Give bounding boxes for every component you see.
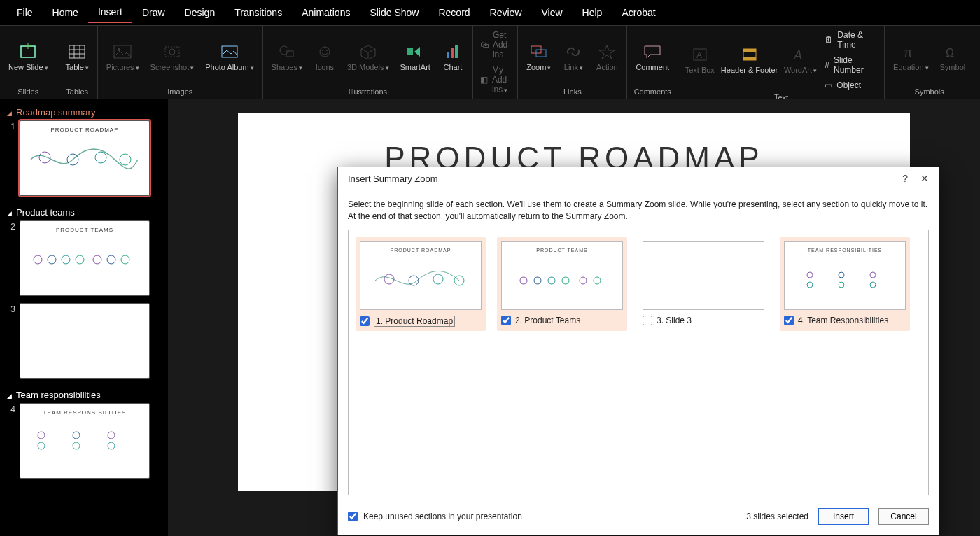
zoom-checkbox-2[interactable] — [501, 316, 511, 325]
3d-models-button[interactable]: 3D Models — [343, 39, 393, 75]
chart-button[interactable]: Chart — [438, 39, 468, 75]
menu-help[interactable]: Help — [573, 3, 612, 22]
textbox-button[interactable]: AText Box — [682, 42, 717, 78]
menu-transitions[interactable]: Transitions — [225, 3, 292, 22]
menu-acrobat[interactable]: Acrobat — [612, 3, 665, 22]
slide-thumb-1[interactable]: 1 PRODUCT ROADMAP — [7, 120, 161, 196]
new-slide-button[interactable]: New Slide — [4, 39, 52, 75]
equation-label: Equation — [893, 63, 928, 72]
zoom-item-4[interactable]: TEAM RESPONSIBILITIES 4. Team Responsibi… — [780, 237, 910, 331]
svg-point-47 — [107, 255, 115, 264]
slide-number: 1 — [7, 120, 15, 132]
datetime-button[interactable]: 🗓Date & Time — [822, 29, 880, 51]
header-footer-button[interactable]: Header & Footer — [720, 42, 778, 78]
thumbnail[interactable]: TEAM RESPONSIBILITIES — [20, 403, 150, 479]
link-button[interactable]: Link — [558, 39, 589, 75]
menu-insert[interactable]: Insert — [88, 2, 132, 23]
insert-button[interactable]: Insert — [818, 508, 869, 525]
thumbnail[interactable] — [20, 303, 150, 379]
icons-button[interactable]: Icons — [309, 39, 340, 75]
smartart-button[interactable]: SmartArt — [396, 39, 435, 75]
section-header-roadmap[interactable]: Roadmap summary — [7, 103, 161, 120]
symbol-button[interactable]: ΩSymbol — [936, 39, 970, 75]
symbol-label: Symbol — [940, 63, 966, 72]
menu-design[interactable]: Design — [175, 3, 225, 22]
get-addins-button[interactable]: 🛍Get Add-ins — [477, 29, 513, 61]
screenshot-button[interactable]: Screenshot — [146, 39, 199, 75]
thumb-title: TEAM RESPONSIBILITIES — [20, 409, 149, 416]
slide-panel[interactable]: Roadmap summary 1 PRODUCT ROADMAP Produc… — [0, 99, 168, 536]
zoom-item-3[interactable]: 3. Slide 3 — [638, 237, 769, 331]
zoom-thumb-title: PRODUCT TEAMS — [502, 248, 622, 253]
wordart-button[interactable]: AWordArt — [782, 42, 820, 78]
svg-point-64 — [594, 277, 601, 284]
pictures-button[interactable]: Pictures — [102, 39, 144, 75]
photo-album-button[interactable]: Photo Album — [201, 39, 258, 75]
object-button[interactable]: ▭Object — [822, 79, 880, 92]
my-addins-button[interactable]: ◧My Add-ins — [477, 64, 513, 96]
dialog-help-button[interactable]: ? — [902, 173, 908, 184]
zoom-checkbox-4[interactable] — [784, 316, 794, 325]
textbox-icon: A — [690, 45, 710, 64]
action-label: Action — [596, 63, 618, 72]
menu-draw[interactable]: Draw — [132, 3, 175, 22]
object-label: Object — [836, 80, 861, 90]
comment-button[interactable]: Comment — [631, 39, 673, 75]
action-button[interactable]: Action — [592, 39, 622, 75]
svg-rect-20 — [407, 48, 413, 55]
shapes-label: Shapes — [272, 63, 302, 72]
slidenumber-button[interactable]: #Slide Number — [822, 54, 880, 76]
menu-view[interactable]: View — [532, 3, 573, 22]
group-label-illustrations: Illustrations — [348, 86, 387, 97]
thumbnail[interactable]: PRODUCT ROADMAP — [20, 120, 150, 196]
svg-point-68 — [839, 282, 844, 288]
group-label-symbols: Symbols — [915, 86, 944, 97]
zoom-checkbox-1[interactable] — [360, 316, 370, 326]
ribbon-group-text: AText Box Header & Footer AWordArt 🗓Date… — [678, 26, 885, 99]
dialog-description: Select the beginning slide of each secti… — [348, 199, 929, 223]
chart-label: Chart — [443, 63, 462, 72]
shapes-icon — [277, 42, 297, 62]
dialog-close-button[interactable]: ✕ — [920, 173, 929, 184]
thumb-title: PRODUCT ROADMAP — [20, 127, 149, 133]
menu-record[interactable]: Record — [428, 3, 479, 22]
keep-unused-checkbox[interactable] — [348, 512, 358, 521]
cancel-button[interactable]: Cancel — [878, 508, 929, 525]
get-addins-label: Get Add-ins — [493, 30, 510, 59]
zoom-button[interactable]: Zoom — [522, 39, 555, 75]
svg-point-62 — [562, 277, 569, 284]
menu-animations[interactable]: Animations — [292, 3, 360, 22]
svg-point-49 — [38, 432, 45, 439]
menu-review[interactable]: Review — [480, 3, 532, 22]
svg-point-43 — [48, 255, 56, 264]
collapse-icon — [7, 390, 12, 400]
slide-thumb-3[interactable]: 3 — [7, 303, 161, 379]
menu-home[interactable]: Home — [43, 3, 88, 22]
table-button[interactable]: Table — [62, 39, 93, 75]
thumbnail[interactable]: PRODUCT TEAMS — [20, 220, 150, 296]
ribbon-group-addins: 🛍Get Add-ins ◧My Add-ins Add-ins — [473, 26, 518, 99]
ribbon-group-tables: Table Tables — [57, 26, 98, 99]
svg-point-59 — [520, 277, 527, 284]
section-header-responsibilities[interactable]: Team responsibilities — [7, 386, 161, 403]
zoom-checkbox-3[interactable] — [643, 316, 652, 325]
svg-point-67 — [839, 272, 844, 278]
group-label-comments: Comments — [634, 86, 671, 97]
menubar: File Home Insert Draw Design Transitions… — [0, 0, 980, 25]
group-label-links: Links — [564, 86, 582, 97]
comment-icon — [643, 42, 662, 62]
wordart-label: WordArt — [784, 66, 817, 75]
slide-thumb-4[interactable]: 4 TEAM RESPONSIBILITIES — [7, 403, 161, 479]
zoom-item-1[interactable]: PRODUCT ROADMAP 1. Product Roadmap — [356, 237, 486, 331]
section-name: Product teams — [16, 207, 75, 218]
menu-slideshow[interactable]: Slide Show — [360, 3, 428, 22]
slide-thumb-2[interactable]: 2 PRODUCT TEAMS — [7, 220, 161, 296]
ribbon-group-media: Video — [974, 26, 980, 99]
zoom-item-2[interactable]: PRODUCT TEAMS 2. Product Teams — [497, 237, 627, 331]
section-header-teams[interactable]: Product teams — [7, 203, 161, 220]
icons-icon — [315, 42, 335, 62]
equation-button[interactable]: πEquation — [889, 39, 932, 75]
shapes-button[interactable]: Shapes — [267, 39, 307, 75]
menu-file[interactable]: File — [7, 3, 43, 22]
screenshot-label: Screenshot — [150, 63, 195, 72]
